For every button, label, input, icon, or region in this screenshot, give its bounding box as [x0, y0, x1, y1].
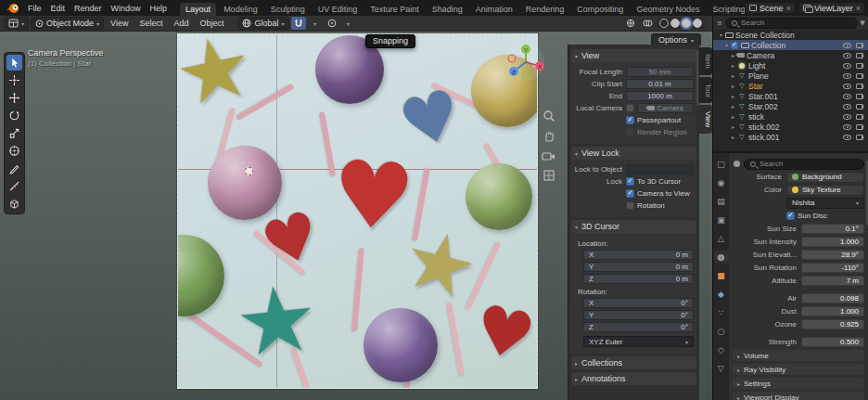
menu-render[interactable]: Render — [70, 4, 107, 13]
navigation-gizmo[interactable]: Y X Z — [506, 43, 545, 84]
candy-heart[interactable]: ♥ — [256, 206, 324, 274]
remove-viewlayer-icon[interactable]: × — [856, 4, 861, 13]
color-value-button[interactable]: Sky Texture — [786, 185, 864, 196]
disable-render-icon[interactable] — [856, 135, 863, 140]
outliner-row-scene-collection[interactable]: ▾ Scene Collection — [713, 30, 868, 40]
menu-window[interactable]: Window — [107, 4, 146, 13]
outliner-row-camera[interactable]: ▸ Camera — [713, 50, 868, 60]
candy-heart[interactable]: ♥ — [469, 300, 535, 366]
camera-field[interactable]: Camera — [637, 103, 694, 113]
shading-material-button[interactable] — [682, 19, 691, 28]
outliner-row-star-001[interactable]: ▸ ▽ Star.001 — [713, 91, 868, 101]
candy-sphere[interactable] — [177, 235, 224, 316]
properties-tab-world-icon[interactable]: ◍ — [714, 251, 729, 264]
cursor-section-header[interactable]: ▾ 3D Cursor — [571, 220, 696, 233]
mode-dropdown[interactable]: Object Mode ▾ — [31, 17, 104, 30]
outliner-row-star-002[interactable]: ▸ ▽ Star.002 — [713, 101, 868, 111]
outliner-row-stick-002[interactable]: ▸ ▽ stick.002 — [713, 122, 868, 132]
menu-select[interactable]: Select — [134, 19, 167, 28]
sky-model-dropdown[interactable]: Nishita ▾ — [786, 198, 864, 209]
hide-viewport-icon[interactable] — [843, 43, 851, 48]
sun-disc-checkbox[interactable]: ✓ — [786, 212, 795, 220]
lock-3d-cursor-checkbox[interactable]: ✓ — [626, 177, 634, 186]
properties-tab-data-icon[interactable]: ▽ — [714, 362, 729, 375]
camera-view-icon[interactable] — [542, 150, 555, 161]
sun-rotation-field[interactable]: -110° — [801, 263, 864, 273]
properties-tab-object-icon[interactable]: ■ — [714, 269, 729, 282]
cursor-location-y-field[interactable]: Y0 m — [583, 262, 694, 272]
local-camera-checkbox[interactable] — [626, 104, 634, 112]
lock-to-object-field[interactable] — [626, 164, 694, 174]
disable-render-icon[interactable] — [856, 73, 863, 79]
properties-tab-constraints-icon[interactable]: ◇ — [714, 343, 729, 356]
annotations-section-header[interactable]: ▸ Annotations — [571, 372, 696, 385]
properties-tab-viewlayer-icon[interactable]: ▣ — [714, 213, 729, 226]
workspace-tab-shading[interactable]: Shading — [427, 3, 468, 16]
zoom-icon[interactable] — [542, 110, 555, 123]
sun-intensity-field[interactable]: 1.000 — [801, 237, 864, 247]
disable-render-icon[interactable] — [856, 114, 863, 120]
disable-render-icon[interactable] — [856, 104, 863, 110]
menu-object[interactable]: Object — [195, 19, 228, 28]
disable-render-icon[interactable] — [856, 43, 863, 48]
snapping-toggle[interactable] — [291, 17, 306, 30]
workspace-tab-scripting[interactable]: Scripting — [707, 3, 745, 16]
workspace-tab-compositing[interactable]: Compositing — [571, 3, 629, 16]
editor-type-button[interactable]: ▾ — [4, 17, 29, 30]
passepartout-checkbox[interactable]: ✓ — [626, 116, 634, 124]
disable-render-icon[interactable] — [856, 53, 863, 58]
scene-selector[interactable]: Scene × — [745, 2, 796, 14]
workspace-tab-uv-editing[interactable]: UV Editing — [313, 3, 364, 16]
rotate-tool[interactable] — [6, 108, 22, 123]
workspace-tab-texture-paint[interactable]: Texture Paint — [364, 3, 425, 16]
viewport-canvas[interactable]: ★♥♥♥★★♥ Camera Perspective (1) Collectio… — [0, 32, 712, 400]
sun-size-field[interactable]: 0.1° — [801, 224, 864, 234]
sidebar-tab-item[interactable]: Item — [699, 47, 712, 75]
outliner-row-stick[interactable]: ▸ ▽ stick — [713, 111, 868, 122]
camera-to-view-checkbox[interactable]: ✓ — [626, 189, 634, 198]
proportional-editing-toggle[interactable] — [325, 17, 339, 30]
hide-viewport-icon[interactable] — [843, 53, 851, 58]
candy-sphere[interactable] — [364, 308, 438, 382]
outliner-row-stick-001[interactable]: ▸ ▽ stick.001 — [713, 132, 868, 142]
workspace-tab-layout[interactable]: Layout — [180, 3, 216, 16]
view-section-header[interactable]: ▾ View — [571, 49, 696, 62]
properties-tab-physics-icon[interactable]: ○ — [714, 325, 729, 338]
shading-rendered-button[interactable] — [693, 19, 702, 28]
lock-rotation-checkbox[interactable] — [626, 201, 634, 210]
disable-render-icon[interactable] — [856, 124, 863, 130]
properties-tab-render-icon[interactable]: ◉ — [714, 176, 729, 189]
view-lock-section-header[interactable]: ▾ View Lock — [571, 147, 696, 160]
candy-heart[interactable]: ♥ — [329, 154, 413, 238]
properties-search-input[interactable]: Search — [744, 159, 864, 170]
altitude-field[interactable]: 7 m — [801, 276, 864, 286]
air-field[interactable]: 0.098 — [801, 293, 864, 303]
cursor-location-x-field[interactable]: X0 m — [583, 250, 694, 260]
cursor-rotation-x-field[interactable]: X0° — [583, 298, 694, 308]
disable-render-icon[interactable] — [856, 94, 863, 99]
proportional-editing-dropdown[interactable]: ▾ — [341, 17, 356, 30]
clip-start-field[interactable]: 0.01 m — [626, 79, 694, 89]
perspective-toggle-icon[interactable] — [542, 169, 555, 182]
outliner-search-input[interactable]: Search — [725, 18, 858, 29]
workspace-tab-geometry-nodes[interactable]: Geometry Nodes — [631, 3, 705, 16]
hide-viewport-icon[interactable] — [843, 63, 851, 69]
properties-tab-tool-icon[interactable]: □ — [714, 158, 729, 171]
snapping-dropdown[interactable]: ▾ — [308, 17, 323, 30]
shading-wireframe-button[interactable] — [659, 19, 669, 28]
unlink-scene-icon[interactable]: × — [786, 4, 791, 13]
dust-field[interactable]: 1.000 — [801, 306, 864, 316]
candy-star[interactable]: ★ — [397, 222, 480, 305]
editor-type-icon[interactable]: ≡ — [717, 19, 722, 27]
hide-viewport-icon[interactable] — [843, 114, 851, 120]
settings-section-header[interactable]: ▸ Settings — [733, 378, 864, 389]
disable-render-icon[interactable] — [856, 84, 863, 89]
move-tool[interactable] — [6, 90, 22, 106]
outliner-row-collection[interactable]: ▾ ✓ Collection — [713, 40, 868, 50]
filter-icon[interactable]: ▼ — [861, 19, 865, 27]
workspace-tab-animation[interactable]: Animation — [470, 3, 518, 16]
ray-visibility-section-header[interactable]: ▸ Ray Visibility — [733, 364, 864, 375]
ozone-field[interactable]: 0.925 — [801, 319, 864, 329]
outliner-row-plane[interactable]: ▸ ▽ Plane — [713, 71, 868, 81]
cursor-location-z-field[interactable]: Z0 m — [583, 274, 694, 284]
